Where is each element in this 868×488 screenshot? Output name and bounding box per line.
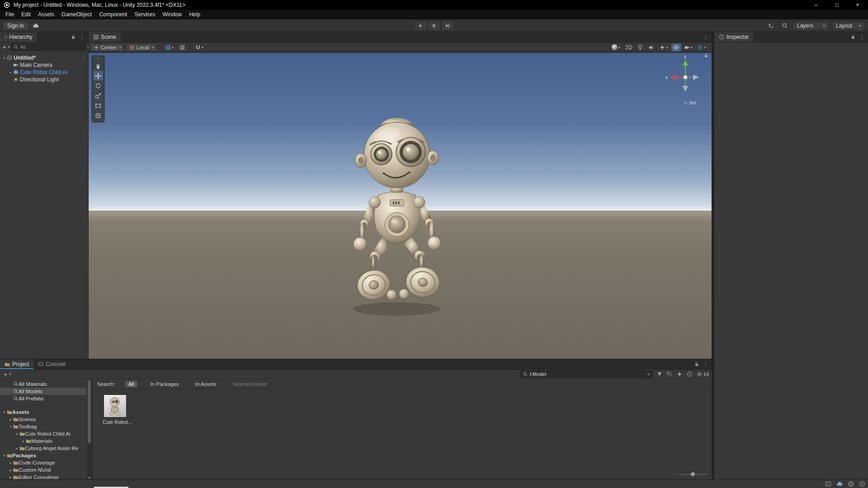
menu-services[interactable]: Services [131,10,159,19]
project-tree-item-code-coverage[interactable]: ▸ Code Coverage [0,459,92,466]
palette-drag-handle[interactable]: ≡ [93,57,103,61]
menu-window[interactable]: Window [159,10,185,19]
hierarchy-search-input[interactable] [20,44,84,50]
rect-tool-button[interactable] [93,101,103,110]
audio-toggle-button[interactable] [646,43,656,52]
background-tasks-icon[interactable] [859,481,865,487]
thumbnail-zoom-slider[interactable] [679,472,707,477]
search-everywhere-button[interactable] [779,21,790,30]
close-button[interactable]: × [847,0,868,10]
kebab-menu-icon[interactable]: ⋮ [859,34,865,40]
scale-tool-button[interactable] [93,91,103,100]
draw-mode-button[interactable]: ▾ [610,43,623,52]
slider-thumb[interactable] [691,472,695,476]
menu-file[interactable]: File [2,10,18,19]
project-tree-item-all-prefabs[interactable]: All Prefabs [0,395,92,402]
project-tree-item-scenes[interactable]: ▸ Scenes [0,416,92,423]
project-search-input[interactable] [530,371,646,377]
tool-handle-pivot-button[interactable]: Center ▾ [90,43,124,52]
2d-toggle-button[interactable]: 2D [623,43,634,52]
sign-in-button[interactable]: Sign in [3,21,28,30]
cloud-services-button[interactable] [30,21,41,30]
menu-assets[interactable]: Assets [34,10,58,19]
expand-arrow-icon[interactable]: ▸ [14,446,19,450]
project-tree-item-custom-nunit[interactable]: ▸ Custom NUnit [0,466,92,474]
scope-all-button[interactable]: All [125,381,137,387]
lock-icon[interactable] [71,34,76,40]
lock-icon[interactable] [850,34,856,40]
hierarchy-item-main-camera[interactable]: Main Camera [0,61,88,69]
expand-arrow-icon[interactable]: ▸ [8,70,13,75]
maximize-button[interactable]: □ [826,0,847,10]
expand-arrow-icon[interactable]: ▸ [8,418,13,422]
project-content-area[interactable]: Search: All In Packages In Assets Select… [93,379,712,480]
scope-in-assets-button[interactable]: In Assets [192,381,220,387]
project-tree-item-all-materials[interactable]: All Materials [0,380,92,388]
transform-tool-button[interactable] [93,111,103,120]
scene-viewport[interactable]: ≡ y x [89,53,712,359]
console-activity-icon[interactable] [825,481,831,487]
kebab-menu-icon[interactable]: ⋮ [80,55,86,61]
project-search-field[interactable]: × [520,371,652,378]
tab-inspector[interactable]: Inspector [714,32,753,42]
scene-orientation-gizmo[interactable]: y x [664,54,707,97]
scene-camera-settings-button[interactable]: ▾ [683,43,695,52]
effects-toggle-button[interactable]: ▾ [658,43,670,52]
expand-arrow-icon[interactable]: ▸ [21,439,26,443]
add-object-button[interactable]: + [2,44,7,51]
snap-settings-button[interactable]: ▾ [193,43,206,52]
scrollbar-thumb[interactable] [88,380,91,443]
expand-arrow-icon[interactable]: ▸ [8,468,13,472]
kebab-menu-icon[interactable]: ⋮ [80,34,85,40]
kebab-menu-icon[interactable]: ⋮ [703,34,708,40]
expand-arrow-icon[interactable]: ▾ [2,410,7,414]
search-by-label-icon[interactable] [667,371,672,377]
scope-in-packages-button[interactable]: In Packages [147,381,182,387]
network-status-icon[interactable] [848,481,854,487]
move-tool-button[interactable] [93,71,103,80]
expand-arrow-icon[interactable]: ▾ [2,454,7,458]
menu-gameobject[interactable]: GameObject [58,10,95,19]
create-asset-button[interactable]: + [3,371,8,378]
hierarchy-item-cute-robot-child-ai[interactable]: ▸ Cute Robot Child AI [0,69,88,76]
chevron-down-icon[interactable]: ▾ [8,45,10,49]
lock-icon[interactable] [703,53,709,58]
search-by-type-icon[interactable] [657,371,662,377]
tab-console[interactable]: Console [33,359,70,369]
project-tree-item-cyborg-angel[interactable]: ▸ Cyborg Angel Asian Re [0,445,92,452]
tab-scene[interactable]: Scene [89,32,121,42]
expand-arrow-icon[interactable]: ▾ [2,56,7,60]
projection-mode-label[interactable]: ≡ Iso [684,100,696,105]
hierarchy-item-directional-light[interactable]: Directional Light [0,76,88,83]
scene-visibility-button[interactable] [671,43,681,52]
hierarchy-search-field[interactable] [11,43,86,51]
asset-tile-cute-robot[interactable]: Cute Robot... [103,394,127,425]
expand-arrow-icon[interactable]: ▾ [8,425,13,429]
expand-arrow-icon[interactable]: ▾ [14,432,19,436]
clear-search-icon[interactable]: × [647,371,650,377]
project-tree-item-packages[interactable]: ▾ Packages [0,452,92,459]
tool-handle-rotation-button[interactable]: Local ▾ [126,43,157,52]
menu-help[interactable]: Help [185,10,204,19]
project-tree-item-toolbag[interactable]: ▾ Toolbag [0,423,92,430]
minimize-button[interactable]: – [806,0,826,10]
step-button[interactable] [441,21,454,31]
grid-visibility-button[interactable]: ▾ [164,43,176,52]
expand-arrow-icon[interactable]: ▸ [8,461,13,465]
hierarchy-scene-row[interactable]: ▾ Untitled* ⋮ [0,54,88,61]
project-tree-item-assets[interactable]: ▾ Assets [0,408,92,416]
lighting-toggle-button[interactable] [635,43,645,52]
tab-hierarchy[interactable]: ≡ Hierarchy [0,32,37,42]
hidden-items-count[interactable]: 14 [697,371,709,377]
view-tool-button[interactable] [93,61,103,70]
save-search-icon[interactable] [677,371,682,377]
project-tree-item-materials[interactable]: ▸ Materials [0,437,92,445]
gizmos-button[interactable]: ▾ [696,43,708,52]
project-tree-item-cute-robot-child-ai[interactable]: ▾ Cute Robot Child Ai [0,430,92,437]
pause-button[interactable] [428,21,440,31]
project-tree-item-all-models[interactable]: All Models [0,388,92,395]
undo-history-button[interactable] [766,21,777,30]
project-tree-scrollbar[interactable]: ▾ [87,379,92,480]
snap-increment-button[interactable] [178,43,187,52]
menu-edit[interactable]: Edit [18,10,34,19]
